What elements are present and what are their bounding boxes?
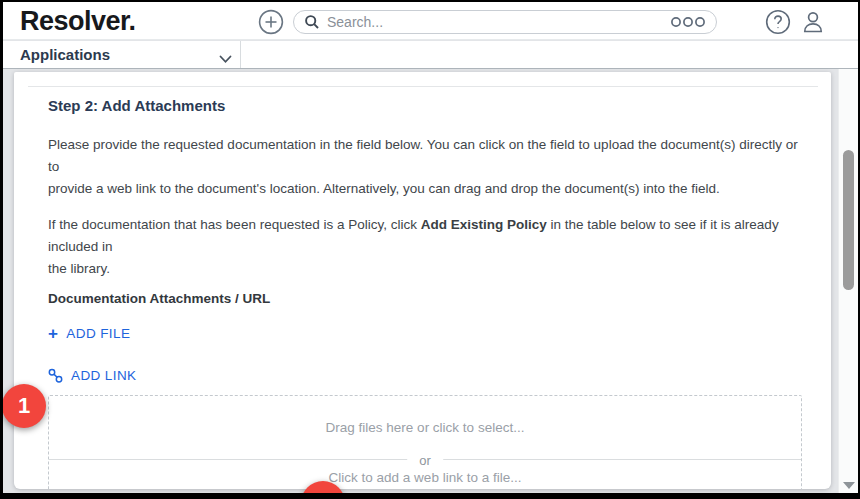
section-divider [28,86,818,87]
plus-icon: + [48,327,58,341]
plus-circle-icon [258,9,284,35]
app-window: Resolver. [3,2,858,493]
dropzone-drag-area[interactable]: Drag files here or click to select... [49,396,801,459]
instructions-paragraph-1: Please provide the requested documentati… [48,134,803,200]
dropzone-divider: or [49,459,801,460]
user-icon [800,9,826,35]
applications-dropdown[interactable]: Applications [20,41,110,68]
add-file-label: ADD FILE [66,326,130,341]
search-icon [304,14,320,30]
scroll-down-arrow-icon[interactable] [843,482,855,489]
dropzone-weblink-text: Click to add a web link to a file... [329,470,522,485]
dropzone-drag-text: Drag files here or click to select... [326,420,525,435]
global-search[interactable] [293,10,717,34]
add-link-label: ADD LINK [71,368,136,383]
scrollbar-thumb[interactable] [843,150,854,290]
help-icon [765,9,791,35]
resolver-logo: Resolver. [20,6,136,37]
add-file-button[interactable]: + ADD FILE [48,326,130,341]
content-area: Step 2: Add Attachments Please provide t… [3,69,858,493]
instructions-paragraph-2: If the documentation that has been reque… [48,214,803,280]
link-icon [48,368,63,383]
form-card: Step 2: Add Attachments Please provide t… [14,72,831,489]
add-link-button[interactable]: ADD LINK [48,368,136,383]
attachment-dropzone[interactable]: Drag files here or click to select... or… [48,395,802,489]
page-title: Step 2: Add Attachments [48,96,801,115]
create-object-button[interactable] [258,9,284,35]
dropzone-or-text: or [407,452,443,467]
top-header: Resolver. [3,2,858,40]
field-label: Documentation Attachments / URL [48,290,801,308]
paragraph2-text: If the documentation that has been reque… [48,217,421,232]
annotation-badge-1: 1 [3,384,46,428]
search-input[interactable] [327,14,670,30]
applications-dropdown-label: Applications [20,46,110,63]
add-existing-policy-emphasis: Add Existing Policy [421,217,547,232]
chevron-down-icon [219,50,232,68]
user-menu-button[interactable] [800,9,826,35]
vertical-scrollbar[interactable] [838,69,858,493]
nav-bar: Applications [3,41,858,69]
nav-divider [240,41,241,68]
help-button[interactable] [765,9,791,35]
search-more-icon[interactable] [670,16,706,28]
